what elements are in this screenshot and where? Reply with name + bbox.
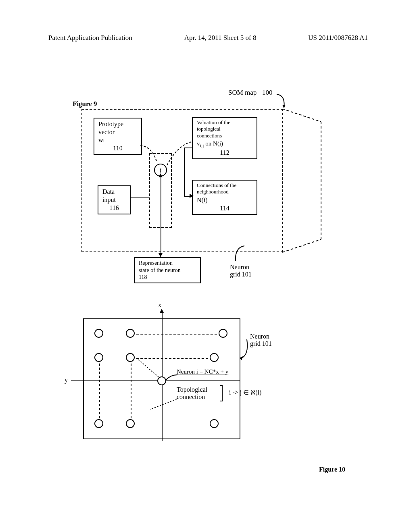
grid-node — [210, 419, 219, 428]
topological-connection-label: Topological connection — [177, 386, 220, 401]
valuation-neighbourhood-line — [184, 148, 185, 196]
document-number: US 2011/0087628 A1 — [308, 34, 368, 42]
figure-9: Figure 9 SOM map 100 Prototype vector wᵢ… — [73, 93, 355, 290]
neighbourhood-l2: neighbourhood — [197, 189, 252, 195]
neuron-vertical-line — [161, 177, 161, 228]
page-header: Patent Application Publication Apr. 14, … — [0, 34, 413, 42]
representation-l1: Representation — [139, 260, 196, 267]
publication-label: Patent Application Publication — [48, 34, 132, 42]
y-axis-label: y — [65, 376, 68, 384]
figure-10-caption: Figure 10 — [319, 466, 345, 473]
neuron-to-valuation-arrow — [166, 140, 198, 169]
grid-node — [126, 419, 135, 428]
grid-dashline — [136, 334, 217, 335]
data-input-ref: 116 — [102, 204, 126, 212]
neuron-grid-outer-l2: grid 101 — [250, 340, 272, 347]
representation-ref: 118 — [139, 274, 196, 281]
topo-l1: Topological — [177, 386, 220, 393]
neuron-equation: Neuron i = NC*x + y — [177, 368, 228, 375]
date-sheet-label: Apr. 14, 2011 Sheet 5 of 8 — [184, 34, 257, 42]
data-input-l2: input — [102, 196, 126, 204]
figure-10: x y Neuron i = NC*x + y Topological conn… — [83, 306, 341, 459]
svg-line-4 — [136, 358, 160, 378]
neuron-grid-brace — [232, 245, 248, 264]
prototype-l1: Prototype — [98, 120, 137, 128]
neuron-grid-l2: grid 101 — [230, 271, 252, 278]
neuron-grid-label: Neuron grid 101 — [230, 264, 252, 278]
som-map-ref: 100 — [262, 89, 273, 97]
grid-node — [210, 353, 219, 362]
neighbourhood-l1: Connections of the — [197, 182, 252, 189]
svg-marker-6 — [240, 356, 243, 360]
data-input-box: Data input 116 — [98, 185, 131, 214]
neighbourhood-sym: N(i) — [197, 196, 252, 204]
svg-marker-0 — [282, 105, 286, 108]
neuron-down-line — [161, 228, 161, 254]
datainput-to-region-line — [131, 197, 150, 198]
neuron-up-arrowhead — [159, 173, 163, 177]
prototype-l2: vector — [98, 128, 137, 136]
prototype-ref: 110 — [98, 144, 137, 152]
neuron-equation-y: y — [225, 368, 229, 375]
valuation-l3: connections — [197, 133, 252, 139]
x-axis-label: x — [158, 301, 161, 309]
prototype-to-neuron-arrow — [140, 145, 165, 165]
grid-node — [94, 419, 103, 428]
neighbourhood-box: Connections of the neighbourhood N(i) 11… — [192, 180, 257, 215]
topo-bracket — [220, 385, 223, 401]
valuation-tee-top — [184, 148, 193, 148]
svg-line-3 — [282, 239, 321, 252]
data-input-l1: Data — [102, 188, 126, 196]
neuron-grid-outer-l1: Neuron — [250, 333, 272, 340]
topo-label-pointer — [148, 387, 178, 411]
prototype-vector-box: Prototype vector wᵢ 110 — [94, 118, 142, 155]
svg-line-5 — [150, 399, 177, 409]
grid-dashline-v — [99, 364, 100, 418]
representation-box: Representation state of the neuron 118 — [134, 257, 201, 283]
valuation-symbol-line: vi,j on N(i) — [197, 140, 252, 149]
valuation-sym-sub: i,j — [200, 143, 204, 148]
figure-9-title: Figure 9 — [73, 100, 97, 108]
neighbourhood-ref: 114 — [197, 204, 252, 212]
neuron-grid-outer-label: Neuron grid 101 — [250, 333, 272, 347]
neuron-equation-pre: Neuron i = NC*x + — [177, 368, 225, 375]
som-ref-pointer — [273, 91, 298, 110]
grid-node — [94, 353, 103, 362]
svg-line-1 — [282, 109, 321, 122]
valuation-l1: Valuation of the — [197, 119, 252, 126]
grid-node — [219, 329, 227, 338]
grid-node — [126, 329, 135, 338]
valuation-box: Valuation of the topological connections… — [192, 117, 257, 159]
valuation-ref: 112 — [197, 149, 252, 157]
som-map-label: SOM map — [228, 89, 257, 97]
grid-dashline-v — [131, 364, 131, 418]
x-axis-arrowhead — [160, 309, 164, 313]
prototype-symbol: wᵢ — [98, 136, 137, 144]
som-perspective-lines — [282, 109, 331, 254]
valuation-l2: topological — [197, 126, 252, 132]
neuron-equation-pointer — [165, 374, 179, 381]
topo-rhs: i -> j ∈ ℵ(i) — [229, 389, 261, 396]
grid-node — [126, 353, 135, 362]
neighbourhood-arrowhead — [190, 194, 194, 198]
representation-l2: state of the neuron — [139, 267, 196, 274]
neuron-grid-l1: Neuron — [230, 264, 252, 271]
valuation-sym-mid: on — [204, 140, 213, 147]
valuation-sym-n: N(i) — [213, 140, 223, 147]
grid-node — [94, 329, 103, 338]
topo-l2: connection — [177, 393, 220, 401]
